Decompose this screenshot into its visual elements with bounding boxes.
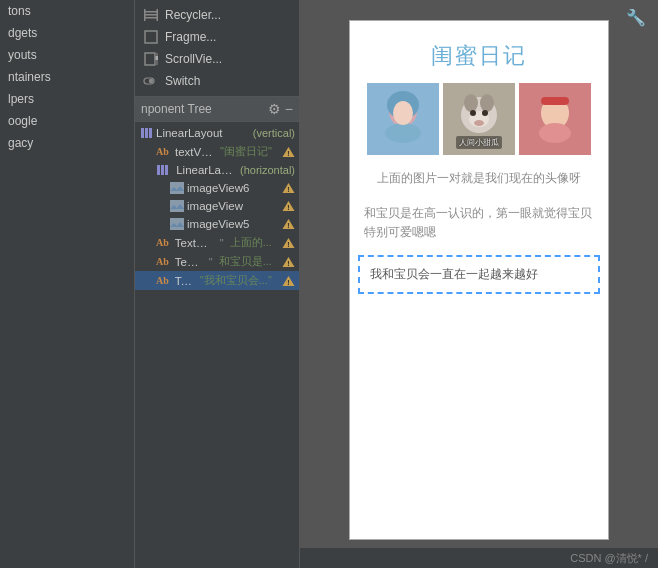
svg-text:!: ! bbox=[287, 186, 289, 193]
imageview6-icon bbox=[170, 181, 184, 195]
left-panel: tons dgets youts ntainers lpers oogle ga… bbox=[0, 0, 135, 568]
preview-detail-text: 和宝贝是在高一认识的，第一眼就觉得宝贝特别可爱嗯嗯 bbox=[350, 196, 608, 249]
recycler-label: Recycler... bbox=[165, 8, 221, 22]
palette-item-youts[interactable]: youts bbox=[0, 44, 134, 66]
textview-selected-value: "我和宝贝会..." bbox=[200, 273, 272, 288]
component-switch[interactable]: Switch bbox=[135, 70, 299, 92]
svg-rect-15 bbox=[165, 165, 168, 175]
ab-icon-tv-desc: Ab bbox=[156, 237, 169, 248]
tree-body: LinearLayout (vertical) Ab textView12 "闺… bbox=[135, 122, 299, 568]
svg-rect-6 bbox=[145, 53, 155, 65]
bottom-bar: CSDN @清悦* / bbox=[300, 548, 658, 568]
palette-items: tons dgets youts ntainers lpers oogle ga… bbox=[0, 0, 134, 568]
warning-icon-iv: ! bbox=[281, 199, 295, 213]
preview-image3 bbox=[519, 83, 591, 155]
linearlayout-vertical-name: LinearLayout bbox=[156, 127, 247, 139]
component-scrollview[interactable]: ScrollVie... bbox=[135, 48, 299, 70]
svg-rect-16 bbox=[170, 182, 184, 194]
imageview5-name: imageView5 bbox=[187, 218, 272, 230]
images-row: 人间小甜瓜 bbox=[350, 83, 608, 155]
wrench-icon[interactable]: 🔧 bbox=[626, 8, 646, 27]
component-fragment[interactable]: Fragme... bbox=[135, 26, 299, 48]
tree-item-imageview6[interactable]: imageView6 ! bbox=[135, 179, 299, 197]
svg-text:!: ! bbox=[287, 279, 289, 286]
tree-item-textview-desc[interactable]: Ab TextView " 上面的... ! bbox=[135, 233, 299, 252]
tree-header: nponent Tree ⚙ − bbox=[135, 97, 299, 122]
textview-detail-name: TextView bbox=[172, 256, 203, 268]
svg-point-10 bbox=[149, 79, 153, 83]
tree-item-imageview5[interactable]: imageView5 ! bbox=[135, 215, 299, 233]
warning-icon-tv-desc: ! bbox=[281, 236, 295, 250]
img2-label: 人间小甜瓜 bbox=[456, 136, 502, 149]
svg-point-37 bbox=[385, 123, 421, 143]
preview-selected-textview: 我和宝贝会一直在一起越来越好 bbox=[358, 255, 600, 294]
minus-icon[interactable]: − bbox=[285, 101, 293, 117]
svg-rect-13 bbox=[157, 165, 160, 175]
scrollview-label: ScrollVie... bbox=[165, 52, 222, 66]
diary-title: 闺蜜日记 bbox=[350, 21, 608, 83]
fragment-label: Fragme... bbox=[165, 30, 216, 44]
svg-text:!: ! bbox=[287, 260, 289, 267]
warning-icon-iv6: ! bbox=[281, 181, 295, 195]
svg-point-44 bbox=[470, 110, 476, 116]
palette-item-oogle[interactable]: oogle bbox=[0, 110, 134, 132]
switch-label: Switch bbox=[165, 74, 200, 88]
svg-rect-1 bbox=[145, 14, 157, 16]
bottom-bar-text: CSDN @清悦* / bbox=[570, 551, 648, 566]
component-tree: nponent Tree ⚙ − LinearLayout (vertical) bbox=[135, 97, 299, 568]
svg-rect-0 bbox=[145, 11, 157, 13]
svg-rect-24 bbox=[170, 218, 184, 230]
svg-point-41 bbox=[464, 94, 478, 112]
switch-icon bbox=[143, 73, 159, 89]
palette-item-ntainers[interactable]: ntainers bbox=[0, 66, 134, 88]
tree-item-textview-selected[interactable]: Ab TextView "我和宝贝会..." ! bbox=[135, 271, 299, 290]
textview-selected-name: TextView bbox=[172, 275, 194, 287]
imageview-icon bbox=[170, 199, 184, 213]
linearlayout-icon bbox=[139, 126, 153, 140]
preview-image1 bbox=[367, 83, 439, 155]
svg-text:!: ! bbox=[287, 150, 289, 157]
component-recycler[interactable]: Recycler... bbox=[135, 4, 299, 26]
ab-icon-tv-detail: Ab bbox=[156, 256, 169, 267]
palette-item-gacy[interactable]: gacy bbox=[0, 132, 134, 154]
preview-desc-text: 上面的图片一对就是我们现在的头像呀 bbox=[350, 155, 608, 196]
textview12-value: "闺蜜日记" bbox=[220, 144, 272, 159]
gear-icon[interactable]: ⚙ bbox=[268, 101, 281, 117]
svg-rect-8 bbox=[156, 56, 159, 60]
component-list: Recycler... Fragme... ScrollVie... bbox=[135, 0, 299, 97]
imageview5-icon bbox=[170, 217, 184, 231]
palette-item-lpers[interactable]: lpers bbox=[0, 88, 134, 110]
svg-rect-3 bbox=[144, 9, 146, 21]
svg-rect-20 bbox=[170, 200, 184, 212]
preview-image2: 人间小甜瓜 bbox=[443, 83, 515, 155]
preview-content: 闺蜜日记 bbox=[350, 21, 608, 539]
warning-icon-tv12: ! bbox=[281, 145, 295, 159]
linearlayout-horizontal-meta: (horizontal) bbox=[237, 164, 295, 176]
warning-icon-tv-selected: ! bbox=[281, 274, 295, 288]
svg-rect-49 bbox=[541, 97, 569, 105]
right-panel: 🔧 闺蜜日记 bbox=[300, 0, 658, 568]
scrollview-icon bbox=[143, 51, 159, 67]
middle-panel: Recycler... Fragme... ScrollVie... bbox=[135, 0, 300, 568]
textview-desc-value: 上面的... bbox=[230, 235, 272, 250]
svg-point-38 bbox=[393, 101, 413, 125]
palette-item-dgets[interactable]: dgets bbox=[0, 22, 134, 44]
tree-item-textview-detail[interactable]: Ab TextView " 和宝贝是... ! bbox=[135, 252, 299, 271]
imageview-name: imageView bbox=[187, 200, 272, 212]
textview-detail-value: 和宝贝是... bbox=[219, 254, 272, 269]
tree-item-textview12[interactable]: Ab textView12 "闺蜜日记" ! bbox=[135, 142, 299, 161]
recycler-icon bbox=[143, 7, 159, 23]
ab-icon-tv12: Ab bbox=[156, 146, 169, 157]
fragment-icon bbox=[143, 29, 159, 45]
tree-item-linearlayout-vertical[interactable]: LinearLayout (vertical) bbox=[135, 124, 299, 142]
warning-icon-iv5: ! bbox=[281, 217, 295, 231]
svg-rect-14 bbox=[161, 165, 164, 175]
tree-item-linearlayout-horizontal[interactable]: LinearLayout (horizontal) bbox=[135, 161, 299, 179]
palette-item-tons[interactable]: tons bbox=[0, 0, 134, 22]
svg-text:!: ! bbox=[287, 204, 289, 211]
linearlayout-horiz-icon bbox=[156, 163, 170, 177]
textview-desc-quote: " bbox=[217, 237, 224, 249]
svg-text:!: ! bbox=[287, 241, 289, 248]
svg-point-46 bbox=[474, 120, 484, 126]
tree-item-imageview[interactable]: imageView ! bbox=[135, 197, 299, 215]
